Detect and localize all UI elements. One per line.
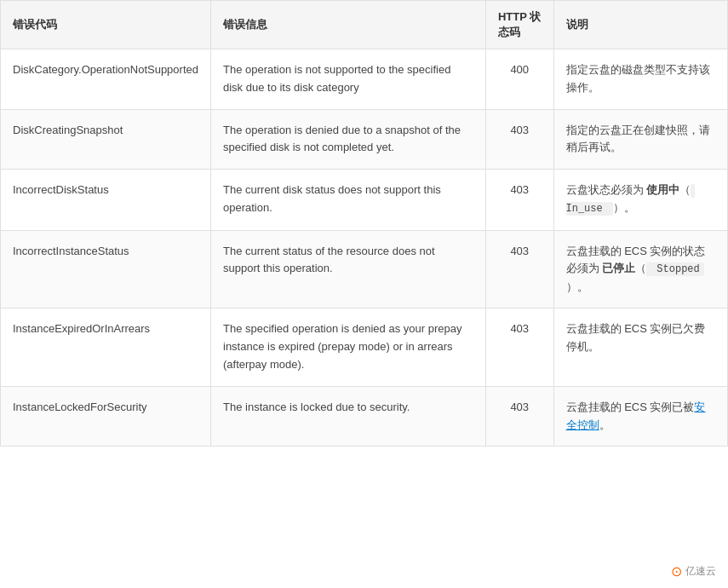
cell-http-code: 403 [485, 386, 553, 447]
table-row: DiskCategory.OperationNotSupportedThe op… [1, 49, 728, 110]
header-description: 说明 [553, 1, 727, 49]
cell-http-code: 403 [485, 170, 553, 230]
cell-http-code: 403 [485, 230, 553, 308]
security-control-link[interactable]: 安全控制 [566, 401, 706, 431]
cell-error-code: IncorrectInstanceStatus [1, 230, 211, 308]
cell-http-code: 403 [485, 308, 553, 386]
cell-description: 指定的云盘正在创建快照，请稍后再试。 [553, 109, 727, 170]
header-error-message: 错误信息 [211, 1, 486, 49]
cell-description: 云盘状态必须为 使用中（ In_use ）。 [553, 170, 727, 230]
header-error-code: 错误代码 [1, 1, 211, 49]
cell-error-message: The current disk status does not support… [211, 170, 486, 230]
cell-description: 云盘挂载的 ECS 实例已被安全控制。 [553, 386, 727, 447]
table-row: IncorrectDiskStatusThe current disk stat… [1, 170, 728, 230]
table-row: DiskCreatingSnapshotThe operation is den… [1, 109, 728, 170]
cell-http-code: 400 [485, 49, 553, 110]
cell-error-code: InstanceLockedForSecurity [1, 386, 211, 447]
table-row: InstanceLockedForSecurityThe instance is… [1, 386, 728, 447]
cell-description: 指定云盘的磁盘类型不支持该操作。 [553, 49, 727, 110]
cell-http-code: 403 [485, 109, 553, 170]
cell-error-code: InstanceExpiredOrInArrears [1, 308, 211, 386]
table-header-row: 错误代码 错误信息 HTTP 状态码 说明 [1, 1, 728, 49]
cell-error-code: IncorrectDiskStatus [1, 170, 211, 230]
cell-description: 云盘挂载的 ECS 实例已欠费停机。 [553, 308, 727, 386]
error-codes-table: 错误代码 错误信息 HTTP 状态码 说明 DiskCategory.Opera… [0, 0, 728, 447]
cell-error-message: The operation is denied due to a snapsho… [211, 109, 486, 170]
cell-error-message: The instance is locked due to security. [211, 386, 486, 447]
cell-description: 云盘挂载的 ECS 实例的状态必须为 已停止（ Stopped ）。 [553, 230, 727, 308]
cell-error-message: The specified operation is denied as you… [211, 308, 486, 386]
table-row: IncorrectInstanceStatusThe current statu… [1, 230, 728, 308]
header-http-code: HTTP 状态码 [485, 1, 553, 49]
table-row: InstanceExpiredOrInArrearsThe specified … [1, 308, 728, 386]
cell-error-message: The operation is not supported to the sp… [211, 49, 486, 110]
cell-error-code: DiskCategory.OperationNotSupported [1, 49, 211, 110]
cell-error-message: The current status of the resource does … [211, 230, 486, 308]
cell-error-code: DiskCreatingSnapshot [1, 109, 211, 170]
